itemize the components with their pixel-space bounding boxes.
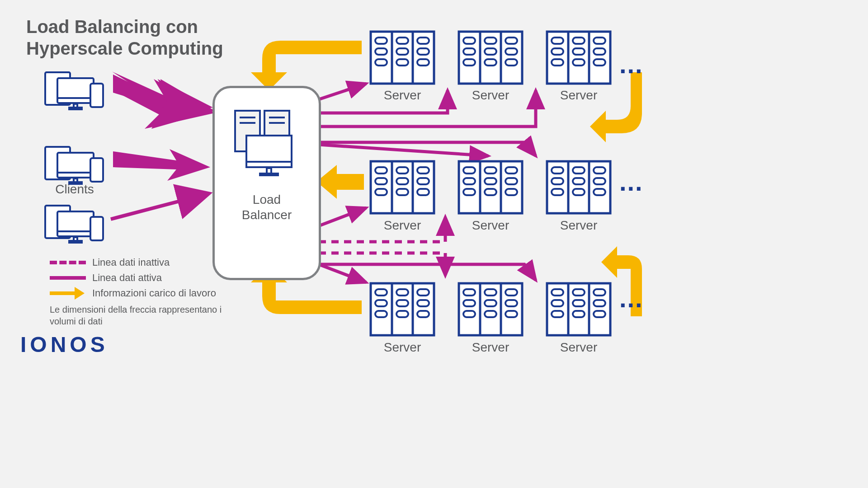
load-balancer-label: Load Balancer bbox=[215, 192, 319, 222]
svg-rect-123 bbox=[505, 300, 517, 306]
svg-rect-5 bbox=[69, 108, 82, 109]
svg-rect-38 bbox=[417, 38, 429, 44]
svg-rect-73 bbox=[396, 189, 408, 195]
svg-rect-100 bbox=[594, 189, 605, 195]
svg-rect-129 bbox=[552, 300, 563, 306]
svg-rect-108 bbox=[396, 300, 408, 306]
svg-rect-118 bbox=[463, 311, 475, 317]
svg-rect-12 bbox=[90, 158, 103, 182]
svg-rect-85 bbox=[485, 189, 496, 195]
svg-rect-83 bbox=[485, 167, 496, 174]
svg-rect-130 bbox=[552, 311, 563, 317]
server-icon-r3-c3 bbox=[545, 281, 613, 340]
svg-rect-33 bbox=[375, 48, 387, 55]
svg-rect-82 bbox=[463, 189, 475, 195]
workload-arrow-top bbox=[251, 41, 362, 90]
svg-rect-74 bbox=[417, 167, 429, 174]
svg-rect-34 bbox=[375, 59, 387, 66]
solid-line-icon bbox=[50, 276, 86, 280]
svg-rect-95 bbox=[573, 167, 585, 174]
server-label: Server bbox=[547, 340, 610, 355]
svg-rect-99 bbox=[594, 178, 605, 184]
server-label: Server bbox=[547, 88, 610, 103]
svg-rect-63 bbox=[594, 48, 605, 55]
svg-rect-81 bbox=[463, 178, 475, 184]
server-icon-r3-c2 bbox=[457, 281, 524, 340]
svg-rect-135 bbox=[594, 300, 605, 306]
server-label: Server bbox=[371, 340, 434, 355]
data-line-r2-s3b bbox=[319, 142, 536, 156]
svg-rect-72 bbox=[396, 178, 408, 184]
svg-rect-56 bbox=[552, 38, 563, 44]
svg-rect-71 bbox=[396, 167, 408, 174]
svg-rect-96 bbox=[573, 178, 585, 184]
server-label: Server bbox=[459, 88, 522, 103]
server-label: Server bbox=[547, 218, 610, 233]
svg-rect-122 bbox=[505, 289, 517, 296]
diagram-canvas: Load Balancing con Hyperscale Computing bbox=[0, 0, 651, 366]
svg-rect-35 bbox=[396, 38, 408, 44]
svg-rect-107 bbox=[396, 289, 408, 296]
data-line-r3-s1 bbox=[319, 264, 366, 282]
clients-label: Clients bbox=[45, 182, 104, 197]
svg-rect-136 bbox=[594, 311, 605, 317]
svg-rect-116 bbox=[463, 289, 475, 296]
svg-rect-58 bbox=[552, 59, 563, 66]
dashed-line-icon bbox=[50, 261, 86, 264]
svg-rect-132 bbox=[573, 300, 585, 306]
svg-rect-121 bbox=[485, 311, 496, 317]
svg-rect-88 bbox=[505, 189, 517, 195]
clients-icon-1 bbox=[43, 70, 106, 111]
svg-rect-46 bbox=[463, 59, 475, 66]
server-label: Server bbox=[371, 218, 434, 233]
load-balancer-box: Load Balancer bbox=[212, 86, 321, 280]
svg-rect-44 bbox=[463, 38, 475, 44]
svg-rect-48 bbox=[485, 48, 496, 55]
svg-rect-17 bbox=[69, 241, 82, 243]
svg-rect-128 bbox=[552, 289, 563, 296]
ellipsis-icon: ... bbox=[619, 50, 643, 79]
svg-rect-37 bbox=[396, 59, 408, 66]
server-label: Server bbox=[459, 340, 522, 355]
svg-rect-134 bbox=[594, 289, 605, 296]
client-arrow-2 bbox=[113, 149, 210, 181]
svg-rect-75 bbox=[417, 178, 429, 184]
svg-rect-70 bbox=[375, 189, 387, 195]
svg-rect-8 bbox=[57, 153, 94, 178]
workload-arrow-middle bbox=[316, 165, 364, 199]
ionos-logo: IONOS bbox=[20, 332, 108, 357]
server-icon-r1-c3 bbox=[545, 29, 613, 88]
svg-rect-47 bbox=[485, 38, 496, 44]
server-icon-r2-c2 bbox=[457, 159, 524, 218]
svg-rect-117 bbox=[463, 300, 475, 306]
server-label: Server bbox=[459, 218, 522, 233]
legend: Linea dati inattiva Linea dati attiva In… bbox=[50, 257, 244, 331]
load-balancer-icon bbox=[231, 108, 303, 181]
server-icon-r1-c1 bbox=[368, 29, 436, 88]
svg-rect-120 bbox=[485, 300, 496, 306]
svg-rect-86 bbox=[505, 167, 517, 174]
svg-rect-94 bbox=[552, 189, 563, 195]
svg-rect-133 bbox=[573, 311, 585, 317]
svg-rect-28 bbox=[260, 174, 278, 175]
svg-rect-14 bbox=[57, 211, 94, 236]
svg-rect-32 bbox=[375, 38, 387, 44]
svg-rect-2 bbox=[57, 78, 94, 103]
svg-rect-51 bbox=[505, 48, 517, 55]
client-arrow-3 bbox=[111, 194, 206, 219]
svg-rect-45 bbox=[463, 48, 475, 55]
svg-rect-61 bbox=[573, 59, 585, 66]
data-line-r1-s1 bbox=[319, 84, 366, 99]
svg-rect-97 bbox=[573, 189, 585, 195]
svg-rect-39 bbox=[417, 48, 429, 55]
svg-rect-60 bbox=[573, 48, 585, 55]
ellipsis-icon: ... bbox=[619, 167, 643, 197]
svg-rect-6 bbox=[90, 84, 103, 107]
server-icon-r3-c1 bbox=[368, 281, 436, 340]
svg-rect-69 bbox=[375, 178, 387, 184]
svg-rect-131 bbox=[573, 289, 585, 296]
server-icon-r2-c3 bbox=[545, 159, 613, 218]
svg-rect-119 bbox=[485, 289, 496, 296]
svg-rect-80 bbox=[463, 167, 475, 174]
svg-rect-76 bbox=[417, 189, 429, 195]
